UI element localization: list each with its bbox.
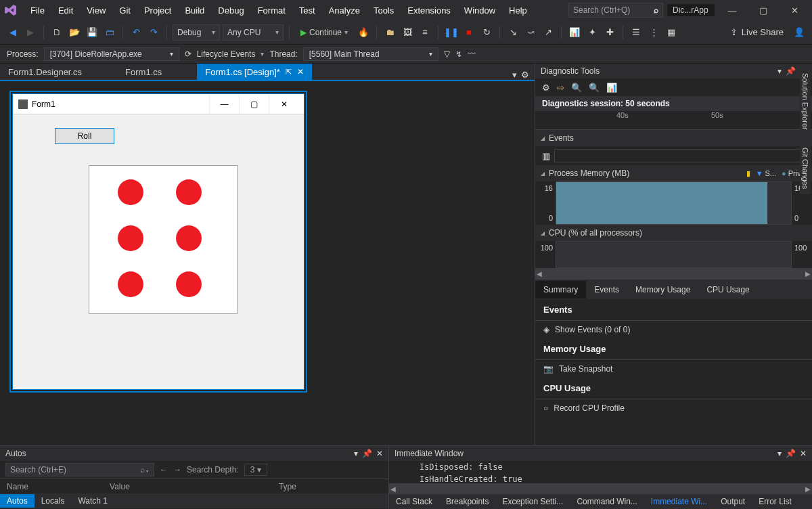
step-out-icon[interactable]: ↗ [541,25,556,40]
step-into-icon[interactable]: ↘ [505,25,520,40]
lifecycle-label[interactable]: Lifecycle Events [197,49,256,59]
list-icon[interactable]: ≡ [418,25,432,40]
add-icon[interactable]: ✚ [602,25,617,40]
restart-icon[interactable]: ↻ [479,25,494,40]
immediate-scrollbar[interactable]: ◀▶ [389,483,812,494]
menu-debug[interactable]: Debug [212,3,250,18]
platform-dropdown[interactable]: Any CPU [223,24,284,41]
tab-command[interactable]: Command Win... [570,495,644,508]
dice-panel[interactable] [89,165,238,314]
quick-search-box[interactable]: Search (Ctrl+Q) ⌕ [568,3,663,18]
side-tab-git-changes[interactable]: Git Changes [800,142,811,194]
live-share-button[interactable]: ⇪ Live Share [725,27,789,37]
continue-button[interactable]: ▶ Continue ▾ [295,24,353,41]
depth-dropdown[interactable]: 3 ▾ [244,464,267,476]
memory-graph[interactable] [556,181,792,225]
tab-designer-cs[interactable]: Form1.Designer.cs [0,64,90,80]
record-cpu-link[interactable]: ○Record CPU Profile [535,399,812,417]
menu-tools[interactable]: Tools [367,3,400,18]
process-dropdown[interactable]: [3704] DiceRollerApp.exe [44,47,179,61]
autos-search-box[interactable]: Search (Ctrl+E)⌕▾ [5,463,154,477]
take-snapshot-link[interactable]: 📷Take Snapshot [535,360,812,378]
tab-autos[interactable]: Autos [0,494,35,508]
cpu-section-header[interactable]: CPU (% of all processors) [535,225,812,241]
timeline-ruler[interactable]: 40s 50s [535,111,812,130]
zoom-out-icon[interactable]: 🔍 [589,83,600,93]
events-section-header[interactable]: Events [535,130,812,146]
graph-icon[interactable]: 〰 [468,49,476,59]
diag-tab-cpu[interactable]: CPU Usage [698,281,757,298]
forward-button[interactable]: ▶ [23,25,38,40]
roll-button[interactable]: Roll [55,128,114,144]
cpu-graph[interactable] [556,241,792,268]
menu-analyze[interactable]: Analyze [323,3,366,18]
new-item-icon[interactable]: 🗋 [49,25,64,40]
form-close[interactable]: ✕ [269,95,298,114]
tab-errorlist[interactable]: Error List [752,495,798,508]
diag-tab-memory[interactable]: Memory Usage [627,281,698,298]
tab-watch1[interactable]: Watch 1 [71,494,114,508]
menu-format[interactable]: Format [252,3,292,18]
nav-back-icon[interactable]: ← [160,465,168,474]
account-icon[interactable]: 👤 [792,25,807,40]
tab-form1-design[interactable]: Form1.cs [Design]* ⇱ ✕ [197,64,312,80]
save-icon[interactable]: 💾 [85,25,99,40]
menu-extensions[interactable]: Extensions [401,3,457,18]
stop-icon[interactable]: ■ [461,25,476,40]
tab-immediate[interactable]: Immediate Wi... [644,495,714,508]
back-button[interactable]: ◀ [5,25,20,40]
filter-icon[interactable]: ▽ [444,49,450,59]
close-button[interactable]: ✕ [781,1,808,19]
lifecycle-icon[interactable]: ⟳ [185,49,191,59]
tab-callstack[interactable]: Call Stack [389,495,439,508]
save-all-icon[interactable]: 🗃 [102,25,117,40]
undo-icon[interactable]: ↶ [129,25,143,40]
pin-icon[interactable]: ⇱ [286,68,292,76]
panel-dropdown-icon[interactable]: ▾ [777,66,782,76]
open-icon[interactable]: 📂 [67,25,82,40]
thread-dropdown[interactable]: [5560] Main Thread [303,47,438,61]
winforms-form[interactable]: Form1 — ▢ ✕ Roll [12,93,304,390]
configuration-dropdown[interactable]: Debug [173,24,220,41]
pause-icon[interactable]: ❚❚ [444,25,459,40]
tab-exceptions[interactable]: Exception Setti... [495,495,570,508]
events-filter-icon[interactable]: ▥ [542,151,550,161]
minimize-button[interactable]: — [719,1,746,19]
diag-scrollbar[interactable]: ◀▶ [535,268,812,279]
maximize-button[interactable]: ▢ [750,1,777,19]
tab-locals[interactable]: Locals [35,494,72,508]
redo-icon[interactable]: ↷ [146,25,161,40]
align2-icon[interactable]: ⋮ [646,25,661,40]
menu-git[interactable]: Git [113,3,137,18]
menu-edit[interactable]: Edit [52,3,79,18]
tab-output[interactable]: Output [714,495,752,508]
menu-test[interactable]: Test [293,3,321,18]
form-minimize[interactable]: — [209,95,239,114]
tabs-dropdown-icon[interactable]: ▾ [512,70,517,80]
stack-icon[interactable]: ↯ [455,49,462,59]
menu-view[interactable]: View [81,3,112,18]
tab-form1-cs[interactable]: Form1.cs [117,64,170,80]
chart-icon[interactable]: 📊 [567,25,582,40]
menu-file[interactable]: File [24,3,51,18]
tool-icon[interactable]: ✦ [585,25,600,40]
memory-section-header[interactable]: Process Memory (MB) ▮ ▼S... ●Priv... [535,165,812,181]
side-tab-solution-explorer[interactable]: Solution Explorer [800,68,811,135]
events-search-box[interactable] [554,149,805,162]
close-tab-icon[interactable]: ✕ [297,67,304,76]
hot-reload-icon[interactable]: 🔥 [356,25,371,40]
tabs-settings-icon[interactable]: ⚙ [521,70,529,80]
settings-icon[interactable]: ⚙ [542,83,550,93]
diag-tab-events[interactable]: Events [586,281,627,298]
align-icon[interactable]: ☰ [629,25,644,40]
panel-pin-icon[interactable]: 📌 [786,66,796,76]
design-surface[interactable]: Form1 — ▢ ✕ Roll [0,81,535,445]
show-events-link[interactable]: ◈Show Events (0 of 0) [535,321,812,338]
image-icon[interactable]: 🖼 [400,25,415,40]
step-over-icon[interactable]: ⤻ [523,25,538,40]
menu-window[interactable]: Window [458,3,501,18]
menu-project[interactable]: Project [138,3,177,18]
grid-icon[interactable]: ▦ [664,25,679,40]
tab-breakpoints[interactable]: Breakpoints [439,495,495,508]
menu-help[interactable]: Help [503,3,533,18]
